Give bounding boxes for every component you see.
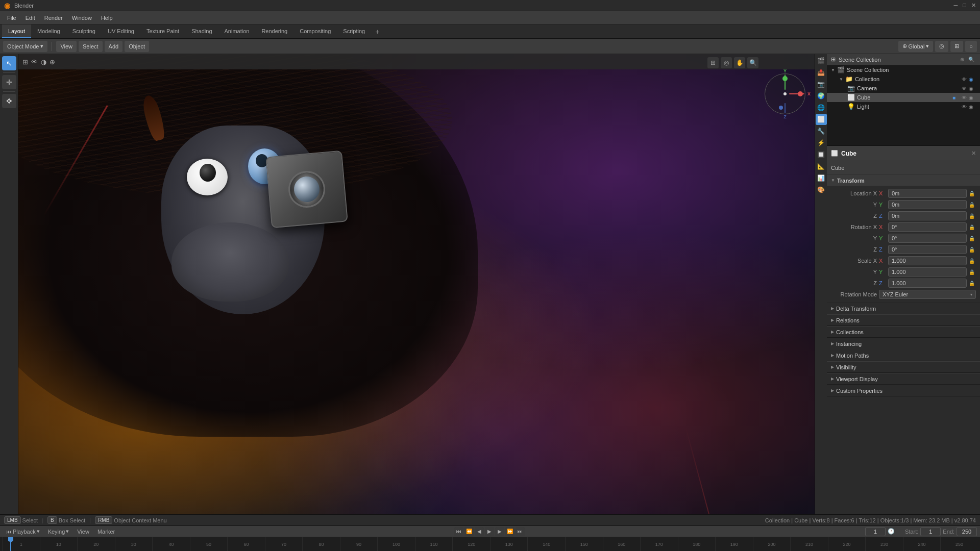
outliner-search[interactable]: 🔍 — [967, 56, 976, 63]
rotation-mode-dropdown[interactable]: XYZ Euler ▾ — [879, 290, 976, 299]
viewport-pan[interactable]: ✋ — [734, 57, 745, 68]
tab-rendering[interactable]: Rendering — [255, 24, 293, 38]
light-eye[interactable]: 👁 — [962, 104, 967, 110]
gizmo-x-dot[interactable] — [798, 91, 803, 96]
outliner-item-scene[interactable]: ▼ 🎬 Scene Collection — [827, 65, 980, 74]
collection-render[interactable]: ◉ — [969, 77, 976, 82]
pivot-button[interactable]: ◎ — [935, 41, 948, 52]
viewport-zoom[interactable]: 🔍 — [747, 57, 758, 68]
mode-selector[interactable]: Object Mode ▾ — [3, 41, 47, 52]
prev-keyframe-button[interactable]: ◀ — [475, 527, 484, 536]
delta-transform-header[interactable]: ▶ Delta Transform — [827, 303, 980, 314]
next-keyframe-button[interactable]: ▶ — [495, 527, 504, 536]
keying-menu[interactable]: Keying ▾ — [45, 527, 72, 536]
transform-header[interactable]: ▼ Transform — [827, 174, 980, 186]
scale-z-field[interactable]: 1.000 — [888, 279, 967, 288]
props-icon-scene[interactable]: 🌍 — [816, 90, 827, 102]
rotation-x-field[interactable]: 0° — [888, 222, 967, 232]
view-menu[interactable]: View — [56, 41, 77, 52]
location-z-lock[interactable]: 🔒 — [969, 213, 976, 219]
jump-end-button[interactable]: ⏭ — [516, 527, 525, 536]
object-menu[interactable]: Object — [125, 41, 149, 52]
menu-file[interactable]: File — [3, 14, 20, 22]
outliner-item-camera[interactable]: 📷 Camera 👁 ◉ — [827, 84, 980, 93]
viewport-shading-icon[interactable]: ◑ — [41, 58, 46, 66]
tab-layout[interactable]: Layout — [2, 24, 31, 38]
props-icon-render[interactable]: 🎬 — [816, 55, 827, 66]
tab-modeling[interactable]: Modeling — [31, 24, 66, 38]
custom-properties-header[interactable]: ▶ Custom Properties — [827, 385, 980, 396]
tab-compositing[interactable]: Compositing — [293, 24, 337, 38]
marker-menu[interactable]: Marker — [94, 527, 118, 536]
play-button[interactable]: ▶ — [485, 527, 494, 536]
maximize-button[interactable]: □ — [963, 2, 966, 9]
select-menu[interactable]: Select — [79, 41, 103, 52]
rotation-y-field[interactable]: 0° — [888, 234, 967, 243]
snap-button[interactable]: ⊞ — [950, 41, 963, 52]
cube-eye[interactable]: 👁 — [962, 95, 967, 101]
start-frame-input[interactable] — [920, 527, 941, 536]
location-x-lock[interactable]: 🔒 — [969, 191, 976, 196]
end-frame-input[interactable] — [957, 527, 977, 536]
outliner-item-light[interactable]: 💡 Light 👁 ◉ — [827, 102, 980, 111]
scale-y-field[interactable]: 1.000 — [888, 267, 967, 277]
viewport-menu-icon[interactable]: ⊞ — [22, 58, 28, 66]
viewport[interactable]: ⊞ 👁 ◑ ⊕ ⊞ ◎ ✋ 🔍 X Y — [18, 54, 815, 525]
props-icon-output[interactable]: 📤 — [816, 67, 827, 78]
menu-edit[interactable]: Edit — [21, 14, 39, 22]
select-tool[interactable]: ↖ — [2, 56, 16, 70]
add-menu[interactable]: Add — [105, 41, 123, 52]
move-tool[interactable]: ✥ — [2, 94, 16, 108]
prev-frame-button[interactable]: ⏪ — [464, 527, 474, 536]
gizmo-y-dot[interactable] — [782, 76, 788, 81]
props-icon-modifier[interactable]: 🔧 — [816, 126, 827, 137]
cube-render[interactable]: ◉ — [969, 95, 976, 101]
current-frame-input[interactable]: 1 — [865, 527, 886, 536]
props-icon-material[interactable]: 🎨 — [816, 184, 827, 195]
viewport-toggle-icon[interactable]: 👁 — [31, 58, 38, 66]
motion-paths-header[interactable]: ▶ Motion Paths — [827, 349, 980, 361]
timeline-track[interactable]: 1 10 20 30 40 50 60 70 80 90 100 110 120… — [0, 537, 980, 551]
tab-scripting[interactable]: Scripting — [337, 24, 371, 38]
visibility-header[interactable]: ▶ Visibility — [827, 361, 980, 372]
props-icon-particles[interactable]: ⚡ — [816, 137, 827, 148]
location-x-field[interactable]: 0m — [888, 189, 967, 198]
menu-render[interactable]: Render — [40, 14, 67, 22]
navigation-gizmo[interactable]: X Y Z — [765, 73, 811, 119]
collections-header[interactable]: ▶ Collections — [827, 326, 980, 337]
rotation-x-lock[interactable]: 🔒 — [969, 224, 976, 230]
viewport-render-preview[interactable]: ◎ — [721, 57, 732, 68]
tab-shading[interactable]: Shading — [185, 24, 218, 38]
close-button[interactable]: ✕ — [971, 2, 976, 9]
tab-texture-paint[interactable]: Texture Paint — [140, 24, 185, 38]
scale-z-lock[interactable]: 🔒 — [969, 281, 976, 286]
rotation-z-field[interactable]: 0° — [888, 245, 967, 254]
props-icon-viewlayer[interactable]: 📷 — [816, 79, 827, 90]
rotation-z-lock[interactable]: 🔒 — [969, 247, 976, 253]
scale-y-lock[interactable]: 🔒 — [969, 269, 976, 275]
instancing-header[interactable]: ▶ Instancing — [827, 338, 980, 349]
props-icon-constraints[interactable]: 📐 — [816, 161, 827, 172]
scale-x-field[interactable]: 1.000 — [888, 256, 967, 265]
timeline-view-menu[interactable]: View — [74, 527, 92, 536]
outliner-item-cube[interactable]: ⬜ Cube ■ 👁 ◉ — [827, 93, 980, 102]
playback-menu[interactable]: ⏮ Playback ▾ — [3, 527, 43, 536]
camera-render[interactable]: ◉ — [969, 86, 976, 91]
location-y-lock[interactable]: 🔒 — [969, 202, 976, 208]
props-header-close[interactable]: ✕ — [971, 150, 976, 157]
props-icon-data[interactable]: 📊 — [816, 172, 827, 184]
collection-eye[interactable]: 👁 — [962, 77, 967, 82]
light-render[interactable]: ◉ — [969, 104, 976, 110]
jump-start-button[interactable]: ⏮ — [454, 527, 463, 536]
location-y-field[interactable]: 0m — [888, 200, 967, 209]
viewport-display-header[interactable]: ▶ Viewport Display — [827, 373, 980, 384]
props-icon-object[interactable]: ⬜ — [816, 114, 827, 125]
outliner-filter[interactable]: ⊕ — [959, 56, 966, 63]
menu-help[interactable]: Help — [97, 14, 117, 22]
transform-space[interactable]: ⊕ Global ▾ — [898, 41, 934, 52]
cursor-tool[interactable]: ✛ — [2, 75, 16, 89]
minimize-button[interactable]: ─ — [954, 2, 958, 9]
viewport-overlay-icon[interactable]: ⊕ — [50, 58, 55, 66]
relations-header[interactable]: ▶ Relations — [827, 314, 980, 325]
viewport-zoom-in[interactable]: ⊞ — [707, 57, 719, 68]
